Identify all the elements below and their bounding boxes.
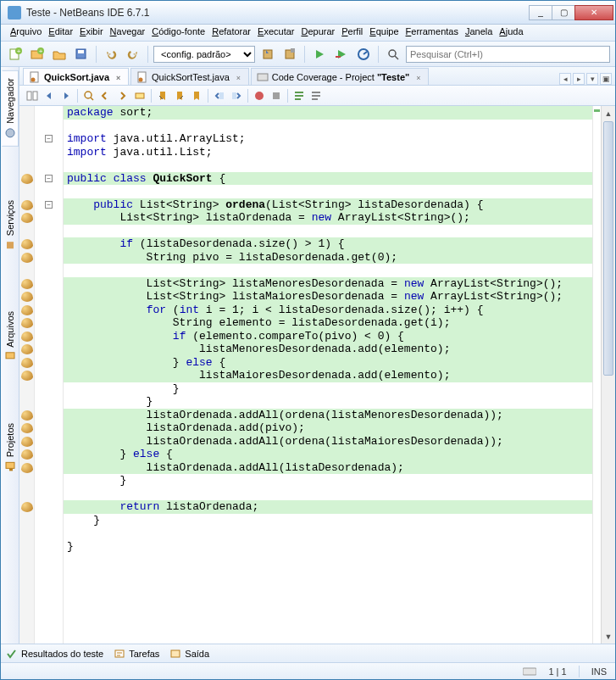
clean-build-icon[interactable] [280,45,299,64]
minimize-button[interactable]: ⎯ [529,5,552,20]
code-line[interactable]: if (elemento.compareTo(pivo) < 0) { [64,330,592,343]
code-line[interactable] [64,159,592,172]
menu-item-executar[interactable]: Executar [255,26,297,39]
stop-macro-icon[interactable] [269,88,284,103]
code-line[interactable]: List<String> listaOrdenada = new ArrayLi… [64,211,592,225]
menu-item-cdigofonte[interactable]: Código-fonte [149,26,208,39]
code-line[interactable]: } [64,395,592,409]
titlebar[interactable]: Teste - NetBeans IDE 6.7.1 ⎯ ▢ ✕ [1,1,615,25]
sidetab-arquivos[interactable]: Arquivos [3,304,18,370]
code-line[interactable]: package sort; [64,106,592,120]
run-icon[interactable] [310,45,329,64]
fold-toggle-icon[interactable]: − [45,175,53,182]
code-line[interactable] [64,488,592,501]
coverage-glyph-icon[interactable] [21,318,33,328]
maximize-button[interactable]: ▢ [552,5,575,20]
tab-scroll-left-icon[interactable]: ◂ [559,73,571,85]
menu-item-ajuda[interactable]: Ajuda [497,26,525,39]
undo-icon[interactable] [102,45,120,64]
menu-item-navegar[interactable]: Navegar [108,26,148,39]
code-line[interactable]: } [64,382,592,396]
code-line[interactable]: for (int i = 1; i < listaDesordenada.siz… [64,304,592,317]
menu-item-janela[interactable]: Janela [463,26,495,39]
sidetab-projetos[interactable]: Projetos [3,416,18,479]
code-line[interactable]: } else { [64,448,592,461]
code-line[interactable]: listaOrdenada.addAll(listaDesordenada); [64,461,592,475]
uncomment-icon[interactable] [308,88,324,103]
code-line[interactable]: } [64,514,592,527]
code-line[interactable]: listaOrdenada.add(pivo); [64,421,592,435]
code-line[interactable]: public class QuickSort { [64,172,592,186]
tab-close-icon[interactable]: × [116,74,123,81]
debug-icon[interactable] [332,45,351,64]
toggle-highlight-icon[interactable] [132,88,147,103]
build-main-icon[interactable] [258,45,277,64]
redo-icon[interactable] [124,45,142,64]
code-line[interactable]: } [64,474,592,488]
next-bookmark-icon[interactable] [172,88,187,103]
coverage-glyph-icon[interactable] [21,292,33,302]
tab-close-icon[interactable]: × [416,74,423,81]
shift-left-icon[interactable] [212,88,227,103]
bottom-tab-resultadosdoteste[interactable]: Resultados do teste [6,648,103,660]
coverage-glyph-icon[interactable] [21,332,33,342]
new-project-icon[interactable]: + [28,45,47,64]
bottom-tab-sada[interactable]: Saída [169,648,209,660]
coverage-glyph-icon[interactable] [21,344,33,354]
code-line[interactable] [64,120,592,133]
menu-item-refatorar[interactable]: Refatorar [209,26,253,39]
stripe-mark[interactable] [594,109,600,112]
menu-item-perfil[interactable]: Perfil [339,26,365,39]
code-line[interactable]: public List<String> ordena(List<String> … [64,198,592,212]
coverage-glyph-icon[interactable] [21,239,33,249]
maximize-editor-icon[interactable]: ▣ [600,73,612,85]
code-line[interactable]: List<String> listaMaioresDesordenada = n… [64,290,592,304]
prev-bookmark-icon[interactable] [155,88,170,103]
coverage-glyph-icon[interactable] [21,200,33,210]
menu-item-depurar[interactable]: Depurar [298,26,337,39]
code-line[interactable] [64,225,592,238]
code-line[interactable]: listaOrdenada.addAll(ordena(listaMaiores… [64,435,592,449]
scroll-down-icon[interactable]: ▼ [602,629,615,644]
code-line[interactable]: String pivo = listaDesordenada.get(0); [64,251,592,265]
bottom-tab-tarefas[interactable]: Tarefas [114,648,159,660]
find-selection-icon[interactable] [81,88,97,103]
search-input[interactable] [406,46,610,63]
editor-tab[interactable]: QuickSortTest.java× [130,68,249,85]
editor-tab[interactable]: Code Coverage - Project "Teste"× [251,68,429,85]
open-project-icon[interactable] [50,45,69,64]
tab-close-icon[interactable]: × [236,74,243,81]
coverage-glyph-icon[interactable] [21,449,33,460]
coverage-glyph-icon[interactable] [21,437,33,447]
code-line[interactable]: List<String> listaMenoresDesordenada = n… [64,277,592,291]
find-next-icon[interactable] [115,88,130,103]
code-editor[interactable]: package sort;import java.util.ArrayList;… [64,106,592,644]
editor-tab[interactable]: QuickSort.java× [23,68,129,85]
code-line[interactable]: listaMaioresDesordenada.add(elemento); [64,369,592,382]
sidetab-serviços[interactable]: Serviços [3,193,18,258]
coverage-glyph-icon[interactable] [21,371,33,381]
glyph-gutter[interactable] [19,106,35,644]
search-icon[interactable] [384,45,402,64]
menu-item-ferramentas[interactable]: Ferramentas [403,26,461,39]
code-line[interactable] [64,185,592,198]
code-line[interactable]: listaOrdenada.addAll(ordena(listaMenores… [64,409,592,422]
source-history-icon[interactable] [25,88,40,103]
error-stripe[interactable] [592,106,601,644]
config-select[interactable]: <config. padrão> [153,46,255,63]
fold-gutter[interactable]: −−− [35,106,64,644]
profile-icon[interactable] [354,45,373,64]
forward-icon[interactable] [58,88,74,103]
code-line[interactable]: if (listaDesordenada.size() > 1) { [64,237,592,251]
new-file-icon[interactable]: + [6,45,25,64]
menu-item-exibir[interactable]: Exibir [77,26,106,39]
code-line[interactable] [64,264,592,277]
tab-dropdown-icon[interactable]: ▾ [586,73,598,85]
code-line[interactable]: } else { [64,356,592,370]
coverage-glyph-icon[interactable] [21,358,33,368]
fold-toggle-icon[interactable]: − [45,201,53,209]
close-button[interactable]: ✕ [574,5,613,20]
comment-icon[interactable] [291,88,307,103]
save-all-icon[interactable] [72,45,91,64]
code-line[interactable]: return listaOrdenada; [64,500,592,514]
